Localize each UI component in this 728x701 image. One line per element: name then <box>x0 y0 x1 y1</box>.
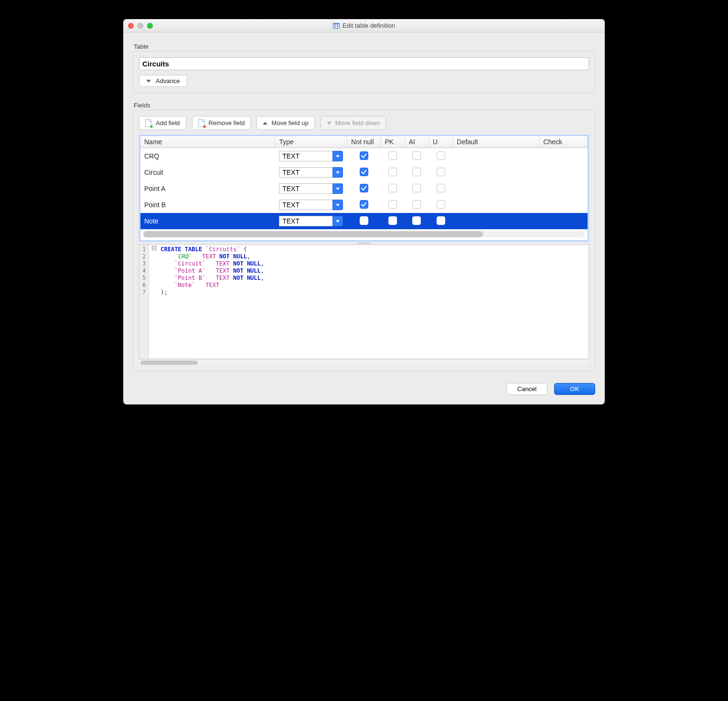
chevron-down-icon <box>146 80 151 83</box>
cell-default[interactable] <box>453 181 539 197</box>
window-title: Edit table definition <box>123 22 605 29</box>
col-notnull: Not null <box>347 136 381 148</box>
notnull-checkbox[interactable] <box>360 151 368 160</box>
ai-checkbox[interactable] <box>412 151 421 160</box>
cell-default[interactable] <box>453 164 539 181</box>
cell-name[interactable]: CRQ <box>140 148 275 165</box>
ai-checkbox[interactable] <box>412 184 421 192</box>
ai-checkbox[interactable] <box>412 200 421 209</box>
col-u: U <box>429 136 453 148</box>
window-controls <box>128 23 153 29</box>
pk-checkbox[interactable] <box>388 200 397 209</box>
sql-gutter: 1234567 <box>139 245 149 359</box>
ok-button[interactable]: OK <box>554 383 595 395</box>
grid-header[interactable]: Name Type Not null PK AI U Default Check <box>140 136 588 148</box>
fields-toolbar: Add field Remove field Move field up Mov… <box>139 116 589 130</box>
notnull-checkbox[interactable] <box>360 184 368 192</box>
cell-check[interactable] <box>539 213 588 229</box>
u-checkbox[interactable] <box>437 184 445 192</box>
type-dropdown[interactable]: TEXT <box>279 200 343 210</box>
cell-check[interactable] <box>539 148 588 165</box>
table-row[interactable]: CircuitTEXT <box>140 164 588 181</box>
grid-horizontal-scrollbar[interactable] <box>143 231 585 237</box>
ai-checkbox[interactable] <box>412 216 421 225</box>
u-checkbox[interactable] <box>437 168 445 176</box>
cell-default[interactable] <box>453 213 539 229</box>
col-name: Name <box>140 136 275 148</box>
u-checkbox[interactable] <box>437 151 445 160</box>
table-icon <box>333 22 340 29</box>
chevron-down-icon <box>336 188 340 190</box>
svg-rect-0 <box>333 23 340 28</box>
dialog-footer: Cancel OK <box>133 383 595 395</box>
chevron-down-icon <box>336 155 340 158</box>
u-checkbox[interactable] <box>437 216 445 225</box>
chevron-down-icon <box>336 220 340 223</box>
move-field-up-button[interactable]: Move field up <box>257 116 314 130</box>
cell-name[interactable]: Point B <box>140 197 275 213</box>
fields-group: Add field Remove field Move field up Mov… <box>133 110 595 372</box>
remove-field-icon <box>198 119 205 127</box>
notnull-checkbox[interactable] <box>360 168 368 176</box>
chevron-down-icon <box>336 171 340 174</box>
ai-checkbox[interactable] <box>412 168 421 176</box>
col-default: Default <box>453 136 539 148</box>
table-group: Advance <box>133 51 595 93</box>
remove-field-button[interactable]: Remove field <box>192 116 251 130</box>
table-name-input[interactable] <box>139 57 589 70</box>
dialog-window: Edit table definition Table Advance Fiel… <box>123 19 605 404</box>
close-window-button[interactable] <box>128 23 134 29</box>
col-pk: PK <box>381 136 405 148</box>
svg-rect-1 <box>333 23 340 24</box>
sql-preview[interactable]: 1234567 CREATE TABLE `Circuits` ( `CRQ` … <box>139 244 589 359</box>
notnull-checkbox[interactable] <box>360 200 368 209</box>
add-field-icon <box>145 119 152 127</box>
table-row[interactable]: NoteTEXT <box>140 213 588 229</box>
type-dropdown[interactable]: TEXT <box>279 216 343 226</box>
move-field-down-button: Move field down <box>321 116 386 130</box>
cell-check[interactable] <box>539 181 588 197</box>
arrow-up-icon <box>263 122 268 125</box>
table-row[interactable]: Point ATEXT <box>140 181 588 197</box>
col-type: Type <box>275 136 347 148</box>
cell-name[interactable]: Note <box>140 213 275 229</box>
pk-checkbox[interactable] <box>388 216 397 225</box>
col-check: Check <box>539 136 588 148</box>
type-dropdown[interactable]: TEXT <box>279 151 343 161</box>
col-ai: AI <box>405 136 428 148</box>
cell-name[interactable]: Point A <box>140 181 275 197</box>
type-dropdown[interactable]: TEXT <box>279 183 343 194</box>
cell-name[interactable]: Circuit <box>140 164 275 181</box>
table-row[interactable]: CRQTEXT <box>140 148 588 165</box>
fields-grid[interactable]: Name Type Not null PK AI U Default Check… <box>139 135 589 242</box>
advance-toggle-button[interactable]: Advance <box>139 75 187 87</box>
notnull-checkbox[interactable] <box>360 216 368 225</box>
cell-check[interactable] <box>539 197 588 213</box>
cell-default[interactable] <box>453 148 539 165</box>
type-dropdown[interactable]: TEXT <box>279 167 343 178</box>
fold-icon[interactable] <box>152 246 156 250</box>
titlebar[interactable]: Edit table definition <box>123 19 605 32</box>
sql-horizontal-scrollbar[interactable] <box>139 359 589 365</box>
pk-checkbox[interactable] <box>388 151 397 160</box>
u-checkbox[interactable] <box>437 200 445 209</box>
cell-check[interactable] <box>539 164 588 181</box>
minimize-window-button <box>138 23 143 29</box>
add-field-button[interactable]: Add field <box>139 116 186 130</box>
arrow-down-icon <box>327 122 332 125</box>
pk-checkbox[interactable] <box>388 168 397 176</box>
cancel-button[interactable]: Cancel <box>506 383 547 395</box>
zoom-window-button[interactable] <box>147 23 153 29</box>
fields-group-label: Fields <box>134 102 595 109</box>
table-row[interactable]: Point BTEXT <box>140 197 588 213</box>
cell-default[interactable] <box>453 197 539 213</box>
chevron-down-icon <box>336 204 340 206</box>
pk-checkbox[interactable] <box>388 184 397 192</box>
table-group-label: Table <box>134 43 595 50</box>
sql-code[interactable]: CREATE TABLE `Circuits` ( `CRQ` TEXT NOT… <box>149 245 266 359</box>
